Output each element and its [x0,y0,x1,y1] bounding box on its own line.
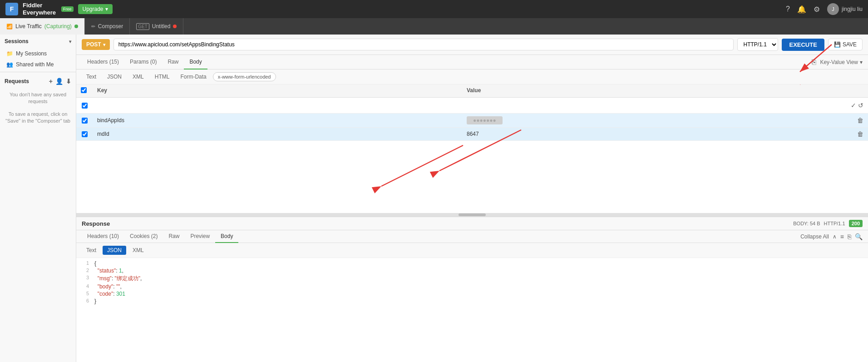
bell-icon[interactable]: 🔔 [797,5,806,14]
resp-tab-raw[interactable]: Raw [163,230,185,243]
user-menu[interactable]: J jingjiu liu [827,3,863,15]
shared-with-me-label: Shared with Me [16,61,54,68]
free-badge: Free [61,6,74,12]
top-bar: F Fiddler Everywhere Free Upgrade ▾ ? 🔔 … [0,0,868,18]
bind-app-ids-actions: 🗑 [832,114,868,127]
body-subtabs: Text JSON XML HTML Form-Data x-www-form-… [76,69,868,84]
delete-md-id-icon[interactable]: 🗑 [857,130,863,138]
share-request-icon[interactable]: 👤 [55,78,63,85]
save-icon: 💾 [834,41,841,48]
settings-icon[interactable]: ⚙ [814,5,820,14]
content-area: POST ▾ HTTP/1.1 EXECUTE 💾 SAVE Headers (… [76,35,868,362]
resp-tab-headers[interactable]: Headers (10) [82,230,124,243]
req-tabs-right: ⎘ Key-Value View ▾ [812,58,863,66]
collapse-all-label[interactable]: Collapse All [800,233,829,240]
code-line-6: 6 } [76,298,868,305]
resp-tab-cookies[interactable]: Cookies (2) [124,230,163,243]
import-request-icon[interactable]: ⬇ [66,78,71,85]
tab-composer[interactable]: ✏ Composer [85,18,130,35]
add-request-icon[interactable]: + [49,78,53,85]
response-section: Response BODY: 54 B HTTP/1.1 200 Headers… [76,217,868,362]
subtab-form-data[interactable]: Form-Data [176,72,211,81]
delete-bind-app-ids-icon[interactable]: 🗑 [857,117,863,124]
method-button[interactable]: POST ▾ [82,39,110,50]
wifi-icon: 📶 [6,24,13,30]
line-content-1: { [93,260,98,267]
header-checkbox-col [76,84,93,97]
requests-label: Requests [5,78,29,84]
edit-icon: ✏ [91,24,95,30]
request-tabs: Headers (15) Params (0) Raw Body ⎘ Key-V… [76,55,868,69]
json-subtab-xml[interactable]: XML [128,246,148,255]
json-subtab-json[interactable]: JSON [103,246,126,255]
empty-row-key-cell [93,98,462,113]
code-line-2: 2 "status": 1, [76,267,868,274]
copy-resp-icon[interactable]: ⎘ [848,233,851,240]
blurred-value: ●●●●●●● [467,116,503,124]
empty-row-value-cell [462,98,832,113]
bind-app-ids-checkbox[interactable] [82,118,88,124]
line-num-1: 1 [76,260,93,266]
md-id-checkbox[interactable] [82,131,88,137]
line-content-2: "status": 1, [93,268,125,274]
empty-value-input[interactable] [467,103,827,109]
md-id-value: 8647 [462,128,832,140]
subtab-urlencoded[interactable]: x-www-form-urlencoded [213,72,276,81]
execute-button[interactable]: EXECUTE [782,39,824,51]
key-value-view-selector[interactable]: Key-Value View ▾ [820,59,863,65]
save-button[interactable]: 💾 SAVE [828,39,863,50]
copy-icon[interactable]: ⎘ [812,58,816,66]
chevron-down-icon: ▾ [860,59,863,65]
accept-icon[interactable]: ✓ [851,102,856,109]
my-sessions-label: My Sessions [16,50,47,57]
tab-headers[interactable]: Headers (15) [82,55,124,69]
subtab-html[interactable]: HTML [150,72,174,81]
line-num-4: 4 [76,283,93,289]
table-row-bind-app-ids: bindAppIds ●●●●●●● 🗑 [76,114,868,128]
tab-raw[interactable]: Raw [162,55,184,69]
red-dot-tab [173,25,177,28]
table-row-empty: ✓ ↺ [76,98,868,114]
tab-untitled[interactable]: GET Untitled [130,18,183,35]
get-icon: GET [136,23,149,30]
line-content-6: } [93,298,98,304]
subtab-json[interactable]: JSON [103,72,126,81]
question-icon[interactable]: ? [786,5,790,13]
empty-key-input[interactable] [97,103,458,109]
empty-row-checkbox[interactable] [82,103,88,109]
sessions-label: Sessions [5,38,29,45]
reject-icon[interactable]: ↺ [858,102,863,109]
requests-actions: + 👤 ⬇ [49,78,71,85]
http-version-select[interactable]: HTTP/1.1 [737,38,778,51]
response-meta: BODY: 54 B HTTP/1.1 200 [793,220,863,227]
empty-requests-text: You don't have any saved requests [0,89,76,108]
tab-params[interactable]: Params (0) [124,55,162,69]
list-icon[interactable]: ≡ [840,233,844,240]
resp-tab-body[interactable]: Body [215,230,238,243]
sidebar-item-my-sessions[interactable]: 📁 My Sessions [0,48,76,59]
resp-tab-preview[interactable]: Preview [185,230,215,243]
search-resp-icon[interactable]: 🔍 [855,233,863,240]
json-code-view: 1 { 2 "status": 1, 3 "msg": "绑定成功", [76,258,868,362]
sidebar-item-shared[interactable]: 👥 Shared with Me [0,59,76,70]
url-input[interactable] [113,39,734,50]
md-id-key: mdId [93,128,462,140]
subtab-text[interactable]: Text [82,72,101,81]
app-logo: F [5,3,18,15]
folder-icon: 📁 [6,50,13,57]
md-id-actions: 🗑 [832,128,868,140]
json-subtab-text[interactable]: Text [82,246,101,255]
tab-body[interactable]: Body [184,55,207,69]
upgrade-button[interactable]: Upgrade ▾ [78,4,113,14]
sessions-section[interactable]: Sessions ▾ [0,35,76,48]
tab-live-traffic[interactable]: 📶 Live Traffic (Capturing) [0,18,85,35]
code-line-3: 3 "msg": "绑定成功", [76,274,868,283]
horizontal-scrollbar[interactable] [76,213,868,217]
subtab-xml[interactable]: XML [128,72,148,81]
share-icon: 👥 [6,61,13,68]
select-all-checkbox[interactable] [81,87,87,93]
body-size: BODY: 54 B [793,221,820,226]
code-line-5: 5 "code": 301 [76,290,868,298]
sidebar: Sessions ▾ 📁 My Sessions 👥 Shared with M… [0,35,76,362]
tab-untitled-label: Untitled [152,23,171,30]
